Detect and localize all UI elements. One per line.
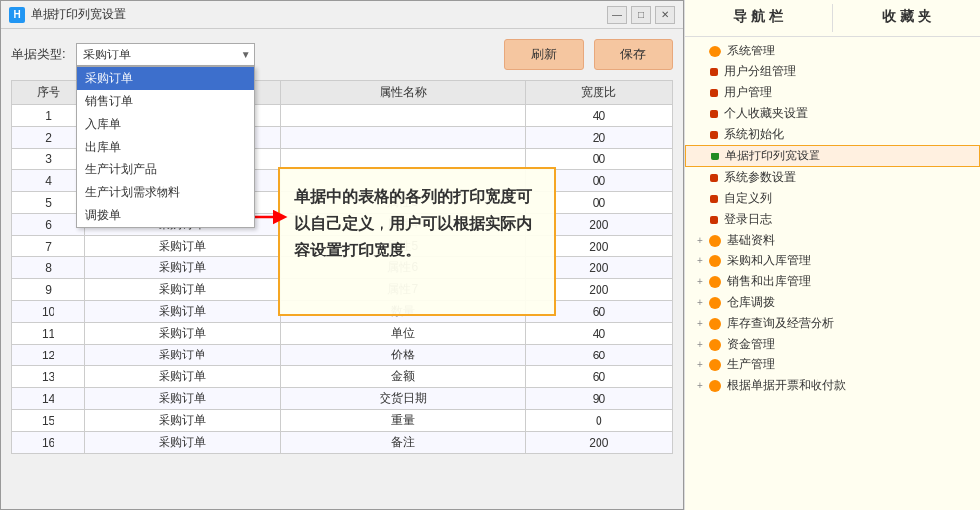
tree-label: 系统初始化: [724, 126, 784, 143]
dropdown-item-2[interactable]: 入库单: [77, 113, 254, 136]
cell-width: 60: [525, 345, 672, 366]
cell-width: 0: [525, 410, 672, 432]
tree-label: 用户分组管理: [724, 63, 796, 80]
tree-item[interactable]: 用户分组管理: [685, 61, 980, 82]
minimize-button[interactable]: —: [607, 6, 627, 24]
cell-seq: 6: [12, 214, 85, 236]
table-row[interactable]: 14 采购订单 交货日期 90: [12, 388, 673, 410]
cell-seq: 7: [12, 236, 85, 257]
cell-seq: 8: [12, 257, 85, 279]
tree-label: 根据单据开票和收付款: [727, 377, 846, 394]
col-header-seq: 序号: [12, 81, 85, 105]
leaf-icon: [710, 131, 718, 139]
type-dropdown[interactable]: 采购订单 销售订单 入库单 出库单 生产计划产品 生产计划需求物料 调拨单: [76, 43, 255, 66]
tree-item[interactable]: +采购和入库管理: [685, 251, 980, 271]
tree-label: 销售和出库管理: [727, 273, 811, 290]
table-row[interactable]: 11 采购订单 单位 40: [12, 323, 673, 345]
cell-type: 采购订单: [85, 432, 281, 454]
cell-seq: 12: [12, 345, 85, 366]
table-row[interactable]: 12 采购订单 价格 60: [12, 345, 673, 366]
cell-name: 备注: [280, 432, 525, 454]
leaf-icon: [710, 216, 718, 224]
dropdown-item-6[interactable]: 调拨单: [77, 204, 254, 227]
save-button[interactable]: 保存: [594, 39, 673, 70]
folder-icon: [709, 46, 721, 57]
tree-item[interactable]: +基础资料: [685, 230, 980, 251]
table-row[interactable]: 13 采购订单 金额 60: [12, 366, 673, 388]
tree-item[interactable]: −系统管理: [685, 41, 980, 61]
tree-label: 库存查询及经营分析: [727, 315, 834, 332]
cell-type: 采购订单: [85, 257, 281, 279]
expand-plus-icon: +: [693, 339, 707, 350]
type-dropdown-container: 采购订单 销售订单 入库单 出库单 生产计划产品 生产计划需求物料 调拨单 ▼ …: [76, 43, 255, 66]
cell-type: 采购订单: [85, 388, 281, 410]
type-label: 单据类型:: [11, 46, 66, 63]
dropdown-item-4[interactable]: 生产计划产品: [77, 158, 254, 181]
cell-name: 价格: [280, 345, 525, 366]
dropdown-item-1[interactable]: 销售订单: [77, 90, 254, 113]
cell-seq: 10: [12, 301, 85, 323]
dropdown-item-5[interactable]: 生产计划需求物料: [77, 181, 254, 204]
tree-label: 采购和入库管理: [727, 253, 811, 269]
tree-item[interactable]: +销售和出库管理: [685, 271, 980, 292]
cell-seq: 3: [12, 149, 85, 170]
nav-tab-favorites[interactable]: 收 藏 夹: [833, 0, 981, 36]
tree-item[interactable]: 自定义列: [685, 188, 980, 209]
tree-label: 个人收藏夹设置: [724, 105, 808, 122]
cell-name: [280, 127, 525, 149]
tree-label: 登录日志: [724, 211, 772, 228]
tree-item[interactable]: 登录日志: [685, 209, 980, 230]
nav-panel: 导 航 栏 收 藏 夹 −系统管理用户分组管理用户管理个人收藏夹设置系统初始化单…: [684, 0, 980, 510]
close-button[interactable]: ✕: [655, 6, 675, 24]
folder-icon: [709, 235, 721, 247]
tree-label: 单据打印列宽设置: [725, 148, 820, 164]
tree-item[interactable]: +根据单据开票和收付款: [685, 375, 980, 396]
tree-item[interactable]: +库存查询及经营分析: [685, 313, 980, 334]
cell-name: 交货日期: [280, 388, 525, 410]
maximize-button[interactable]: □: [631, 6, 651, 24]
expand-plus-icon: +: [693, 297, 707, 308]
folder-icon: [709, 255, 721, 267]
tree-item[interactable]: 单据打印列宽设置: [685, 145, 980, 167]
cell-width: 200: [525, 432, 672, 454]
folder-icon: [709, 359, 721, 371]
dropdown-popup[interactable]: 采购订单 销售订单 入库单 出库单 生产计划产品 生产计划需求物料 调拨单: [76, 66, 255, 228]
dropdown-item-0[interactable]: 采购订单: [77, 67, 254, 90]
cell-type: 采购订单: [85, 236, 281, 257]
folder-icon: [709, 380, 721, 392]
leaf-icon: [710, 174, 718, 182]
cell-seq: 4: [12, 170, 85, 192]
tree-item[interactable]: 系统参数设置: [685, 167, 980, 188]
cell-name: 金额: [280, 366, 525, 388]
cell-type: 采购订单: [85, 301, 281, 323]
expand-plus-icon: +: [693, 318, 707, 329]
cell-seq: 14: [12, 388, 85, 410]
dialog-content: 单据类型: 采购订单 销售订单 入库单 出库单 生产计划产品 生产计划需求物料 …: [1, 29, 683, 509]
tree-item[interactable]: +仓库调拨: [685, 292, 980, 313]
expand-plus-icon: +: [693, 276, 707, 287]
cell-seq: 9: [12, 279, 85, 301]
table-row[interactable]: 15 采购订单 重量 0: [12, 410, 673, 432]
table-row[interactable]: 16 采购订单 备注 200: [12, 432, 673, 454]
toolbar-row: 单据类型: 采购订单 销售订单 入库单 出库单 生产计划产品 生产计划需求物料 …: [11, 39, 673, 70]
tree-item[interactable]: 用户管理: [685, 82, 980, 103]
expand-plus-icon: +: [693, 380, 707, 391]
cell-seq: 2: [12, 127, 85, 149]
tree-label: 仓库调拨: [727, 294, 775, 311]
folder-icon: [709, 297, 721, 309]
nav-tab-navigation[interactable]: 导 航 栏: [685, 0, 832, 36]
dropdown-item-3[interactable]: 出库单: [77, 136, 254, 158]
annotation-text: 单据中的表格的各列的打印宽度可以自己定义，用户可以根据实际内容设置打印宽度。: [294, 188, 532, 258]
window-controls: — □ ✕: [607, 6, 675, 24]
tree-item[interactable]: +资金管理: [685, 334, 980, 355]
dialog-title: 单据打印列宽设置: [31, 6, 126, 23]
refresh-button[interactable]: 刷新: [504, 39, 584, 70]
tree-label: 生产管理: [727, 357, 775, 373]
leaf-icon: [710, 110, 718, 118]
tree-item[interactable]: +生产管理: [685, 355, 980, 375]
expand-minus-icon: −: [693, 46, 707, 56]
tree-item[interactable]: 个人收藏夹设置: [685, 103, 980, 124]
nav-header: 导 航 栏 收 藏 夹: [685, 0, 980, 37]
title-bar-left: H 单据打印列宽设置: [9, 6, 126, 23]
tree-item[interactable]: 系统初始化: [685, 124, 980, 145]
